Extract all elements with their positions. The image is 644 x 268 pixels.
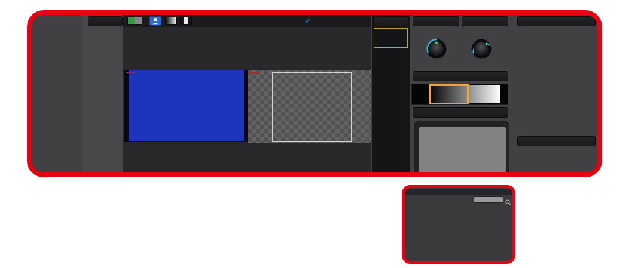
source-label xyxy=(126,72,135,73)
pattern-favorites xyxy=(405,251,512,260)
gain-knob[interactable] xyxy=(425,37,448,61)
balance-header xyxy=(462,16,508,26)
key-clip-header xyxy=(413,71,508,81)
key-clip-bar[interactable] xyxy=(411,84,508,105)
gain-header xyxy=(413,16,459,26)
sidebar xyxy=(32,16,81,171)
capture-checkbox[interactable]: ✓ xyxy=(305,17,314,24)
preset-grid xyxy=(516,150,600,177)
page: ✓ xyxy=(0,0,644,268)
key-color-header xyxy=(373,16,408,26)
suppress-curve-panel xyxy=(414,121,509,172)
suppress-curve[interactable] xyxy=(419,127,506,173)
source-person xyxy=(175,76,203,141)
source-frame[interactable] xyxy=(124,70,252,142)
result-frame[interactable] xyxy=(248,70,371,143)
suppress-header xyxy=(413,107,508,118)
result-label xyxy=(249,72,259,74)
check-icon: ✓ xyxy=(305,17,312,24)
pattern-tabs xyxy=(405,189,512,195)
pattern-pagebar xyxy=(405,196,512,204)
gradient-view-icon[interactable] xyxy=(165,17,177,25)
key-clip-selection[interactable] xyxy=(429,84,469,104)
bg-link-header xyxy=(517,16,596,26)
split-view-icon[interactable] xyxy=(127,17,142,25)
source-video xyxy=(129,70,244,141)
person-view-icon[interactable] xyxy=(149,16,161,26)
pattern-panel xyxy=(402,185,515,264)
selection-rect[interactable] xyxy=(272,72,352,142)
search-icon[interactable] xyxy=(505,197,511,203)
balance-knob[interactable] xyxy=(469,37,493,61)
stripe-view-icon[interactable] xyxy=(180,17,192,25)
preview-toolbar: ✓ xyxy=(123,15,371,27)
bg-link-grid xyxy=(516,29,600,94)
preview-canvas xyxy=(123,27,371,172)
key-color-swatch[interactable] xyxy=(374,28,408,48)
preset-header xyxy=(517,136,596,146)
main-window: ✓ xyxy=(27,10,602,177)
search-input[interactable] xyxy=(474,196,503,203)
result-person xyxy=(300,78,324,138)
